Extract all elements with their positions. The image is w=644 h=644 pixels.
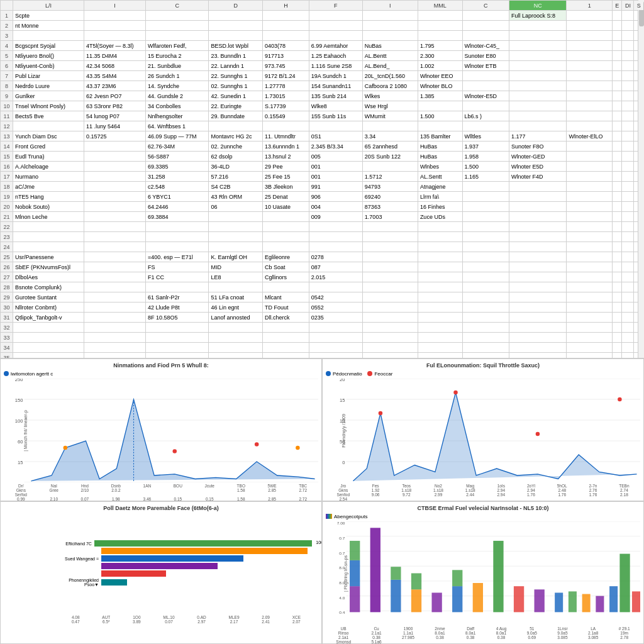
table-cell[interactable] bbox=[612, 162, 621, 172]
table-cell[interactable] bbox=[509, 101, 567, 111]
table-cell[interactable]: Bsnote Complunk) bbox=[13, 282, 84, 292]
table-cell[interactable]: 02. 2unnche bbox=[209, 142, 263, 152]
table-cell[interactable] bbox=[622, 313, 634, 323]
table-cell[interactable]: Wlkes bbox=[362, 91, 418, 101]
table-cell[interactable] bbox=[84, 353, 145, 358]
table-cell[interactable] bbox=[622, 333, 634, 343]
table-cell[interactable] bbox=[209, 323, 263, 333]
table-cell[interactable] bbox=[567, 212, 613, 222]
table-cell[interactable]: HuBas bbox=[418, 152, 462, 162]
table-cell[interactable]: Llrm fa\ bbox=[418, 192, 462, 202]
table-cell[interactable] bbox=[622, 252, 634, 262]
table-cell[interactable] bbox=[612, 333, 621, 343]
table-cell[interactable] bbox=[509, 61, 567, 71]
table-cell[interactable] bbox=[309, 11, 362, 21]
table-cell[interactable]: 973.745 bbox=[263, 61, 309, 71]
table-cell[interactable]: 44. Gundsle 2 bbox=[145, 91, 208, 101]
table-cell[interactable]: Wlnoter-GED bbox=[509, 152, 567, 162]
table-cell[interactable]: Wlltles bbox=[462, 131, 509, 142]
table-cell[interactable] bbox=[462, 222, 509, 232]
table-cell[interactable]: 19A Sundch 1 bbox=[309, 71, 362, 81]
table-cell[interactable] bbox=[209, 212, 263, 222]
table-cell[interactable] bbox=[145, 353, 208, 358]
table-cell[interactable]: Sunoter E80 bbox=[462, 51, 509, 61]
table-cell[interactable] bbox=[509, 313, 567, 323]
table-cell[interactable]: Dll.cherck bbox=[263, 313, 309, 323]
table-cell[interactable] bbox=[612, 111, 621, 121]
table-cell[interactable] bbox=[567, 262, 613, 272]
table-cell[interactable] bbox=[509, 353, 567, 358]
table-cell[interactable] bbox=[84, 262, 145, 272]
table-cell[interactable] bbox=[418, 292, 462, 303]
table-cell[interactable] bbox=[84, 222, 145, 232]
table-cell[interactable] bbox=[145, 31, 208, 41]
table-cell[interactable] bbox=[263, 282, 309, 292]
table-cell[interactable]: Cb Soat bbox=[263, 262, 309, 272]
table-cell[interactable] bbox=[362, 162, 418, 172]
table-cell[interactable] bbox=[612, 272, 621, 282]
table-cell[interactable]: AL.Bend_ bbox=[362, 61, 418, 71]
table-cell[interactable] bbox=[622, 343, 634, 353]
table-cell[interactable] bbox=[209, 282, 263, 292]
table-cell[interactable]: 1.27778 bbox=[263, 81, 309, 91]
table-cell[interactable] bbox=[263, 31, 309, 41]
col-header-s[interactable]: S bbox=[634, 1, 644, 11]
table-cell[interactable] bbox=[612, 101, 621, 111]
table-cell[interactable] bbox=[13, 121, 84, 131]
table-cell[interactable]: 06 bbox=[209, 202, 263, 212]
table-cell[interactable]: 62.76-34M bbox=[145, 142, 208, 152]
table-cell[interactable] bbox=[622, 41, 634, 51]
table-cell[interactable]: 155 Sunb 11s bbox=[309, 111, 362, 121]
table-cell[interactable]: Nobok Souto) bbox=[13, 202, 84, 212]
table-cell[interactable] bbox=[209, 31, 263, 41]
table-cell[interactable] bbox=[84, 21, 145, 31]
table-cell[interactable] bbox=[13, 323, 84, 333]
table-cell[interactable]: Cafboora 2 1080 bbox=[362, 81, 418, 91]
table-cell[interactable]: 69.3884 bbox=[145, 212, 208, 222]
table-cell[interactable] bbox=[509, 21, 567, 31]
table-cell[interactable]: Wlfaroten Fedf, bbox=[145, 41, 208, 51]
table-cell[interactable]: 21. Sunbdlue bbox=[145, 61, 208, 71]
table-cell[interactable] bbox=[462, 101, 509, 111]
table-cell[interactable] bbox=[209, 242, 263, 252]
table-cell[interactable] bbox=[145, 282, 208, 292]
table-cell[interactable] bbox=[362, 323, 418, 333]
table-cell[interactable] bbox=[612, 182, 621, 192]
table-cell[interactable]: 1.5712 bbox=[362, 172, 418, 182]
table-cell[interactable] bbox=[263, 21, 309, 31]
table-cell[interactable] bbox=[622, 152, 634, 162]
table-cell[interactable] bbox=[567, 121, 613, 131]
table-cell[interactable] bbox=[567, 152, 613, 162]
table-cell[interactable] bbox=[309, 232, 362, 242]
table-cell[interactable]: S4 C2B bbox=[209, 182, 263, 192]
table-cell[interactable] bbox=[612, 262, 621, 272]
table-cell[interactable]: Montavrc HG 2c bbox=[209, 131, 263, 142]
table-cell[interactable] bbox=[509, 282, 567, 292]
table-cell[interactable] bbox=[612, 252, 621, 262]
table-cell[interactable] bbox=[612, 222, 621, 232]
col-header-i[interactable]: I bbox=[84, 1, 145, 11]
table-cell[interactable] bbox=[362, 353, 418, 358]
table-cell[interactable] bbox=[209, 121, 263, 131]
table-cell[interactable]: 20L_tcnD(1.560 bbox=[362, 71, 418, 81]
table-cell[interactable] bbox=[84, 172, 145, 182]
table-cell[interactable]: 1.116 Sune 2S8 bbox=[309, 61, 362, 71]
table-cell[interactable] bbox=[309, 121, 362, 131]
table-cell[interactable]: AL.Sentt bbox=[418, 172, 462, 182]
table-cell[interactable] bbox=[567, 162, 613, 172]
table-cell[interactable] bbox=[567, 313, 613, 323]
table-cell[interactable]: 29 Pee bbox=[263, 162, 309, 172]
table-cell[interactable]: 51 LFa cnoat bbox=[209, 292, 263, 303]
table-cell[interactable]: A.Alcheloage bbox=[13, 162, 84, 172]
table-cell[interactable] bbox=[418, 282, 462, 292]
table-cell[interactable]: 14. Syndche bbox=[145, 81, 208, 91]
table-cell[interactable] bbox=[567, 61, 613, 71]
table-cell[interactable] bbox=[567, 142, 613, 152]
table-cell[interactable] bbox=[462, 333, 509, 343]
table-cell[interactable]: S.17739 bbox=[263, 101, 309, 111]
table-cell[interactable]: HuBas bbox=[418, 142, 462, 152]
table-cell[interactable]: 1.25 Eahaoch bbox=[309, 51, 362, 61]
table-cell[interactable] bbox=[362, 292, 418, 303]
table-cell[interactable] bbox=[84, 272, 145, 282]
table-cell[interactable]: nTE5 Hang bbox=[13, 192, 84, 202]
